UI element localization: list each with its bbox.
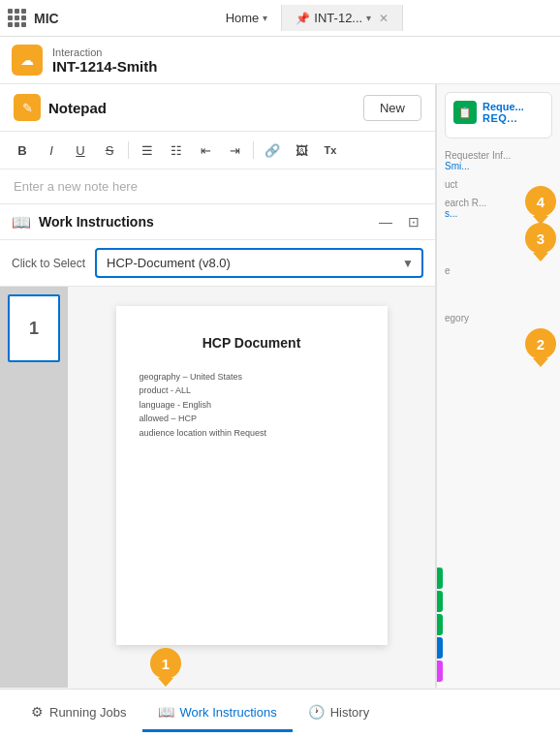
int-tab-pin-icon: 📌 — [296, 12, 310, 25]
right-requester-label: Requester Inf... — [445, 150, 552, 161]
right-panel: 📋 Reque... REQ... Requester Inf... Smi..… — [436, 84, 560, 688]
note-placeholder: Enter a new note here — [14, 179, 138, 194]
top-bar: MIC Home ▾ 📌 INT-12... ▾ ✕ — [0, 0, 560, 37]
indent-less-button[interactable]: ⇤ — [193, 138, 218, 163]
doc-page-content: geography – United States product - ALL … — [140, 370, 364, 440]
work-instructions-tab-label: Work Instructions — [180, 705, 277, 720]
right-card-subtitle: REQ... — [482, 112, 524, 124]
wi-document-select[interactable]: HCP-Document (v8.0) HCP-Document (v7.0) … — [95, 248, 423, 278]
underline-button[interactable]: U — [68, 138, 93, 163]
bottom-tab-bar: ⚙ Running Jobs 📖 Work Instructions 🕐 His… — [0, 689, 560, 737]
sidebar-item-green-3 — [437, 614, 443, 635]
bullet-list-button[interactable]: ☰ — [135, 138, 160, 163]
grid-menu-icon[interactable] — [8, 9, 26, 27]
ordered-list-button[interactable]: ☷ — [164, 138, 189, 163]
notepad-title: Notepad — [48, 100, 107, 116]
doc-thumbnail-1[interactable]: 1 — [8, 294, 60, 362]
wi-book-icon: 📖 — [12, 213, 31, 231]
wi-title-row: 📖 Work Instructions — [12, 213, 154, 231]
image-button[interactable]: 🖼 — [289, 138, 314, 163]
italic-button[interactable]: I — [39, 138, 64, 163]
link-button[interactable]: 🔗 — [260, 138, 285, 163]
callout-badge-3: 3 — [525, 223, 556, 254]
home-tab-dropdown-icon: ▾ — [263, 13, 267, 23]
interaction-title: INT-1214-Smith — [52, 58, 157, 75]
right-category-section: egory — [437, 309, 560, 327]
toolbar-separator-1 — [128, 141, 129, 159]
strikethrough-button[interactable]: S — [97, 138, 122, 163]
wi-actions: — ⊡ — [375, 212, 423, 231]
sidebar-colored-items — [437, 562, 560, 688]
doc-thumb-number: 1 — [29, 319, 39, 339]
right-request-card: 📋 Reque... REQ... — [445, 92, 552, 138]
doc-thumbnail-panel: 1 — [0, 287, 68, 688]
new-button[interactable]: New — [363, 95, 421, 121]
interaction-header: ☁ Interaction INT-1214-Smith — [0, 37, 560, 84]
doc-page: HCP Document geography – United States p… — [116, 306, 388, 645]
right-requester-value[interactable]: Smi... — [445, 161, 552, 171]
history-label: History — [330, 705, 369, 720]
sidebar-item-green — [437, 568, 443, 589]
tab-work-instructions[interactable]: 📖 Work Instructions — [142, 694, 293, 732]
callout-1-label: 1 — [162, 656, 170, 672]
wi-select-wrapper: HCP-Document (v8.0) HCP-Document (v7.0) … — [95, 248, 423, 278]
notepad-header: ✎ Notepad New — [0, 84, 435, 132]
work-instructions-panel: 📖 Work Instructions — ⊡ Click to Select … — [0, 204, 435, 688]
callout-badge-2: 2 — [525, 328, 556, 359]
callout-2-label: 2 — [537, 336, 544, 353]
right-category-label: egory — [445, 313, 552, 323]
tab-history[interactable]: 🕐 History — [293, 694, 385, 732]
right-extra-section: e — [437, 261, 560, 280]
callout-badge-1: 1 — [150, 648, 181, 679]
doc-viewer: 1 HCP Document geography – United States… — [0, 287, 435, 688]
right-card-header: 📋 Reque... REQ... — [453, 101, 544, 124]
right-card-label: Reque... — [482, 101, 524, 112]
sidebar-item-purple — [437, 660, 443, 682]
callout-badge-4: 4 — [525, 186, 556, 217]
main-layout: ✎ Notepad New B I U S ☰ ☷ ⇤ ⇥ 🔗 🖼 Tx Ent… — [0, 84, 560, 688]
right-card-titles: Reque... REQ... — [482, 101, 524, 124]
left-panel: ✎ Notepad New B I U S ☰ ☷ ⇤ ⇥ 🔗 🖼 Tx Ent… — [0, 84, 436, 688]
wi-select-label: Click to Select — [12, 257, 85, 270]
history-icon: 🕐 — [308, 704, 325, 720]
indent-more-button[interactable]: ⇥ — [222, 138, 247, 163]
app-name: MIC — [34, 11, 204, 26]
tab-bar: Home ▾ 📌 INT-12... ▾ ✕ — [212, 5, 552, 31]
note-input-area[interactable]: Enter a new note here — [0, 169, 435, 204]
wi-title: Work Instructions — [39, 214, 154, 230]
int-tab-dropdown-icon: ▾ — [366, 13, 371, 23]
doc-main-area[interactable]: HCP Document geography – United States p… — [68, 287, 435, 688]
running-jobs-label: Running Jobs — [49, 705, 127, 720]
sidebar-item-blue — [437, 637, 443, 659]
running-jobs-icon: ⚙ — [31, 704, 44, 720]
int-tab-label: INT-12... — [314, 11, 362, 25]
doc-page-title: HCP Document — [140, 335, 364, 351]
home-tab[interactable]: Home ▾ — [212, 5, 283, 31]
interaction-icon: ☁ — [12, 45, 43, 76]
callout-3-label: 3 — [537, 230, 544, 247]
right-card-icon: 📋 — [453, 101, 477, 124]
wi-select-row: Click to Select HCP-Document (v8.0) HCP-… — [0, 240, 435, 287]
notepad-toolbar: B I U S ☰ ☷ ⇤ ⇥ 🔗 🖼 Tx — [0, 132, 435, 169]
home-tab-label: Home — [226, 11, 260, 25]
callout-4-label: 4 — [537, 194, 544, 210]
bold-button[interactable]: B — [10, 138, 35, 163]
toolbar-separator-2 — [253, 141, 254, 159]
interaction-label: Interaction — [52, 46, 157, 58]
right-panel-scroll[interactable]: 📋 Reque... REQ... Requester Inf... Smi..… — [437, 84, 560, 562]
right-extra-label: e — [445, 265, 552, 276]
sidebar-item-green-2 — [437, 591, 443, 612]
notepad-icon: ✎ — [14, 94, 41, 121]
notepad-title-row: ✎ Notepad — [14, 94, 107, 121]
wi-expand-button[interactable]: ⊡ — [404, 212, 423, 231]
tab-running-jobs[interactable]: ⚙ Running Jobs — [16, 694, 142, 732]
wi-header: 📖 Work Instructions — ⊡ — [0, 204, 435, 240]
clear-format-button[interactable]: Tx — [318, 138, 343, 163]
int-tab[interactable]: 📌 INT-12... ▾ ✕ — [282, 5, 403, 31]
int-tab-close-icon[interactable]: ✕ — [379, 12, 389, 25]
wi-minimize-button[interactable]: — — [375, 212, 396, 231]
right-requester-section: Requester Inf... Smi... — [437, 146, 560, 175]
work-instructions-tab-icon: 📖 — [158, 704, 174, 720]
interaction-info: Interaction INT-1214-Smith — [52, 46, 157, 75]
